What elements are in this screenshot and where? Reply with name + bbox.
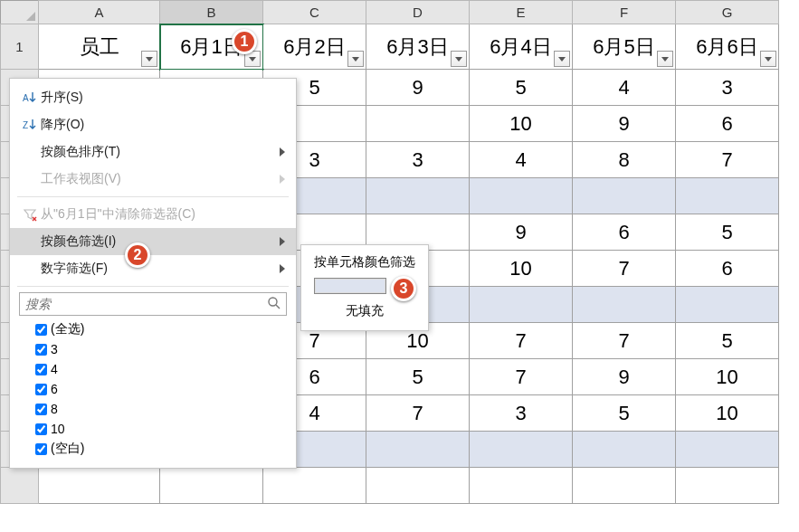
menu-sort-by-color[interactable]: 按颜色排序(T) (10, 138, 296, 166)
data-cell[interactable] (470, 468, 573, 504)
filter-check-item[interactable]: 10 (35, 419, 283, 439)
data-cell[interactable] (470, 432, 573, 468)
data-cell[interactable] (470, 287, 573, 323)
data-cell[interactable] (573, 178, 676, 214)
data-cell[interactable] (263, 468, 366, 504)
filter-checkbox[interactable] (35, 364, 47, 375)
data-cell[interactable]: 5 (366, 359, 470, 395)
filter-checkbox[interactable] (35, 404, 47, 415)
no-fill-option[interactable]: 无填充 (301, 299, 428, 323)
data-cell[interactable] (470, 178, 573, 214)
chevron-right-icon (280, 237, 285, 246)
data-cell[interactable]: 3 (676, 70, 779, 106)
data-cell[interactable] (573, 432, 676, 468)
data-cell[interactable] (573, 287, 676, 323)
data-cell[interactable]: 10 (470, 106, 573, 142)
header-cell-label: 6月3日 (386, 35, 448, 58)
column-header[interactable]: E (470, 1, 573, 24)
column-header[interactable]: A (39, 1, 160, 24)
svg-text:A: A (23, 93, 29, 103)
filter-check-item[interactable]: (空白) (35, 439, 283, 459)
data-cell[interactable]: 6 (573, 214, 676, 251)
data-cell[interactable]: 7 (470, 323, 573, 359)
data-cell[interactable]: 7 (573, 251, 676, 287)
filter-checkbox[interactable] (35, 384, 47, 395)
filter-check-item[interactable]: (全选) (35, 319, 283, 339)
header-cell-label: 员工 (80, 35, 119, 58)
data-cell[interactable] (39, 468, 160, 504)
filter-dropdown-button[interactable] (760, 51, 776, 67)
menu-number-filter[interactable]: 数字筛选(F) (10, 255, 296, 282)
filter-check-item[interactable]: 3 (35, 339, 283, 359)
header-cell[interactable]: 6月2日 (263, 24, 366, 70)
filter-check-item[interactable]: 4 (35, 359, 283, 379)
submenu-title: 按单元格颜色筛选 (301, 251, 428, 276)
data-cell[interactable]: 4 (573, 70, 676, 106)
data-cell[interactable]: 3 (470, 395, 573, 432)
column-header[interactable]: G (676, 1, 779, 24)
row-header[interactable]: 1 (1, 24, 39, 70)
filter-dropdown-button[interactable] (347, 51, 364, 67)
data-cell[interactable] (160, 468, 263, 504)
column-header[interactable]: D (366, 1, 470, 24)
data-cell[interactable]: 6 (676, 106, 779, 142)
header-cell[interactable]: 员工 (39, 24, 160, 70)
filter-checkbox[interactable] (35, 344, 47, 356)
header-cell[interactable]: 6月3日 (366, 24, 470, 70)
data-cell[interactable]: 9 (366, 70, 470, 106)
column-header[interactable]: B (160, 1, 263, 24)
data-cell[interactable] (676, 287, 779, 323)
menu-label: 工作表视图(V) (41, 171, 280, 187)
data-cell[interactable]: 7 (366, 395, 470, 432)
data-cell[interactable]: 7 (676, 142, 779, 178)
data-cell[interactable]: 5 (676, 214, 779, 251)
column-header[interactable]: C (263, 1, 366, 24)
menu-sort-desc[interactable]: Z 降序(O) (10, 111, 296, 138)
data-cell[interactable]: 5 (470, 70, 573, 106)
data-cell[interactable] (366, 432, 470, 468)
filter-checklist: (全选)346810(空白) (35, 319, 283, 459)
filter-check-item[interactable]: 8 (35, 399, 283, 419)
data-cell[interactable]: 10 (470, 251, 573, 287)
data-cell[interactable]: 7 (470, 359, 573, 395)
data-cell[interactable]: 10 (676, 395, 779, 432)
data-cell[interactable]: 5 (573, 395, 676, 432)
menu-separator (17, 196, 289, 197)
row-header[interactable] (1, 468, 39, 504)
filter-checkbox[interactable] (35, 324, 47, 336)
menu-sort-asc[interactable]: A 升序(S) (10, 84, 296, 111)
data-cell[interactable]: 9 (573, 359, 676, 395)
filter-search-input[interactable] (19, 292, 287, 316)
data-cell[interactable]: 6 (676, 251, 779, 287)
data-cell[interactable]: 7 (573, 323, 676, 359)
data-cell[interactable]: 3 (366, 142, 470, 178)
header-cell[interactable]: 6月6日 (676, 24, 779, 70)
data-cell[interactable]: 9 (470, 214, 573, 251)
data-cell[interactable] (366, 178, 470, 214)
filter-checkbox[interactable] (35, 423, 47, 435)
column-header[interactable]: F (573, 1, 676, 24)
menu-filter-by-color[interactable]: 按颜色筛选(I) (10, 228, 296, 255)
data-cell[interactable]: 4 (470, 142, 573, 178)
data-cell[interactable] (573, 468, 676, 504)
filter-dropdown-button[interactable] (451, 51, 467, 67)
data-cell[interactable] (366, 468, 470, 504)
data-cell[interactable]: 5 (676, 323, 779, 359)
data-cell[interactable]: 8 (573, 142, 676, 178)
data-cell[interactable] (676, 178, 779, 214)
filter-dropdown-button[interactable] (141, 51, 157, 67)
filter-checkbox[interactable] (35, 443, 47, 455)
header-cell[interactable]: 6月4日 (470, 24, 573, 70)
chevron-right-icon (280, 147, 285, 157)
data-cell[interactable] (676, 432, 779, 468)
data-cell[interactable] (366, 106, 470, 142)
filter-dropdown-button[interactable] (657, 51, 673, 67)
color-swatch[interactable] (314, 278, 386, 294)
data-cell[interactable]: 10 (676, 359, 779, 395)
data-cell[interactable]: 9 (573, 106, 676, 142)
header-cell[interactable]: 6月5日 (573, 24, 676, 70)
select-all-corner[interactable] (1, 1, 39, 24)
filter-dropdown-button[interactable] (554, 51, 570, 67)
filter-check-item[interactable]: 6 (35, 379, 283, 399)
data-cell[interactable] (676, 468, 779, 504)
